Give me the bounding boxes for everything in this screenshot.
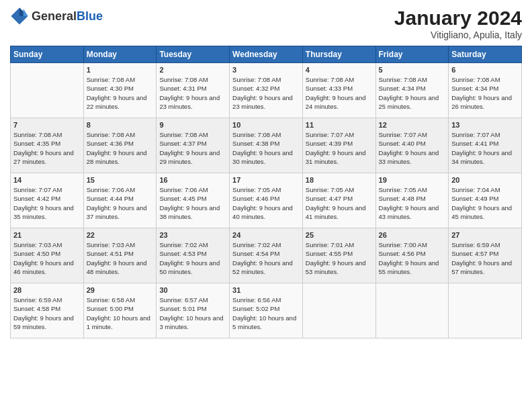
- sunrise-text: Sunrise: 7:05 AM: [306, 185, 373, 194]
- calendar-cell: 17 Sunrise: 7:05 AM Sunset: 4:46 PM Dayl…: [230, 173, 303, 228]
- day-info: Sunrise: 7:05 AM Sunset: 4:48 PM Dayligh…: [379, 185, 446, 221]
- daylight-text: Daylight: 9 hours and 34 minutes.: [451, 148, 519, 167]
- sunrise-text: Sunrise: 6:59 AM: [451, 240, 519, 249]
- day-info: Sunrise: 7:08 AM Sunset: 4:34 PM Dayligh…: [451, 75, 519, 111]
- sunset-text: Sunset: 4:48 PM: [379, 194, 446, 203]
- title-section: January 2024 Vitigliano, Apulia, Italy: [394, 7, 522, 40]
- daylight-text: Daylight: 9 hours and 24 minutes.: [306, 93, 373, 111]
- day-info: Sunrise: 7:06 AM Sunset: 4:44 PM Dayligh…: [87, 185, 154, 221]
- sunset-text: Sunset: 4:56 PM: [379, 249, 446, 258]
- daylight-text: Daylight: 9 hours and 25 minutes.: [379, 93, 446, 111]
- calendar-cell: 31 Sunrise: 6:56 AM Sunset: 5:02 PM Dayl…: [230, 283, 303, 338]
- daylight-text: Daylight: 9 hours and 43 minutes.: [379, 203, 446, 222]
- logo-general: General: [32, 9, 77, 23]
- daylight-text: Daylight: 9 hours and 53 minutes.: [306, 259, 373, 277]
- col-saturday: Saturday: [449, 46, 522, 63]
- day-number: 21: [13, 231, 81, 239]
- sunrise-text: Sunrise: 7:08 AM: [159, 75, 226, 84]
- day-info: Sunrise: 7:08 AM Sunset: 4:30 PM Dayligh…: [87, 75, 154, 111]
- calendar-cell: 8 Sunrise: 7:08 AM Sunset: 4:36 PM Dayli…: [83, 118, 157, 173]
- day-number: 24: [232, 231, 300, 239]
- sunrise-text: Sunrise: 7:08 AM: [87, 75, 154, 84]
- day-number: 25: [306, 231, 373, 239]
- day-info: Sunrise: 6:59 AM Sunset: 4:58 PM Dayligh…: [13, 295, 81, 331]
- day-number: 17: [232, 176, 300, 184]
- calendar-cell: 9 Sunrise: 7:08 AM Sunset: 4:37 PM Dayli…: [157, 118, 230, 173]
- day-info: Sunrise: 7:07 AM Sunset: 4:39 PM Dayligh…: [306, 130, 373, 166]
- calendar-cell: [302, 283, 375, 338]
- daylight-text: Daylight: 9 hours and 33 minutes.: [379, 148, 446, 167]
- day-info: Sunrise: 6:56 AM Sunset: 5:02 PM Dayligh…: [232, 295, 300, 331]
- sunrise-text: Sunrise: 7:08 AM: [451, 75, 519, 84]
- calendar-cell: 11 Sunrise: 7:07 AM Sunset: 4:39 PM Dayl…: [302, 118, 375, 173]
- calendar-cell: 30 Sunrise: 6:57 AM Sunset: 5:01 PM Dayl…: [157, 283, 230, 338]
- daylight-text: Daylight: 9 hours and 22 minutes.: [87, 93, 154, 111]
- calendar-week-row: 1 Sunrise: 7:08 AM Sunset: 4:30 PM Dayli…: [11, 63, 522, 118]
- calendar-cell: 15 Sunrise: 7:06 AM Sunset: 4:44 PM Dayl…: [83, 173, 157, 228]
- calendar-body: 1 Sunrise: 7:08 AM Sunset: 4:30 PM Dayli…: [11, 63, 522, 338]
- sunrise-text: Sunrise: 7:08 AM: [13, 130, 81, 139]
- day-info: Sunrise: 6:58 AM Sunset: 5:00 PM Dayligh…: [87, 295, 154, 331]
- sunset-text: Sunset: 4:39 PM: [306, 139, 373, 148]
- sunset-text: Sunset: 4:44 PM: [87, 194, 154, 203]
- sunrise-text: Sunrise: 7:08 AM: [379, 75, 446, 84]
- sunset-text: Sunset: 5:02 PM: [232, 304, 300, 313]
- day-number: 31: [232, 286, 300, 294]
- svg-marker-2: [24, 9, 28, 16]
- logo-blue: Blue: [77, 9, 103, 23]
- day-number: 27: [451, 231, 519, 239]
- sunrise-text: Sunrise: 7:08 AM: [232, 75, 300, 84]
- sunset-text: Sunset: 4:35 PM: [13, 139, 81, 148]
- sunset-text: Sunset: 4:46 PM: [232, 194, 300, 203]
- header-row: Sunday Monday Tuesday Wednesday Thursday…: [11, 46, 522, 63]
- day-number: 19: [379, 176, 446, 184]
- sunset-text: Sunset: 4:31 PM: [159, 84, 226, 93]
- sunset-text: Sunset: 4:34 PM: [379, 84, 446, 93]
- sunset-text: Sunset: 4:42 PM: [13, 194, 81, 203]
- day-info: Sunrise: 7:08 AM Sunset: 4:33 PM Dayligh…: [306, 75, 373, 111]
- daylight-text: Daylight: 9 hours and 41 minutes.: [306, 203, 373, 222]
- daylight-text: Daylight: 9 hours and 38 minutes.: [159, 203, 226, 222]
- daylight-text: Daylight: 9 hours and 59 minutes.: [13, 314, 81, 332]
- daylight-text: Daylight: 9 hours and 40 minutes.: [232, 203, 300, 222]
- calendar-cell: 5 Sunrise: 7:08 AM Sunset: 4:34 PM Dayli…: [375, 63, 449, 118]
- day-number: 29: [87, 286, 154, 294]
- day-number: 10: [232, 121, 300, 129]
- calendar-table: Sunday Monday Tuesday Wednesday Thursday…: [10, 46, 522, 338]
- calendar-cell: 21 Sunrise: 7:03 AM Sunset: 4:50 PM Dayl…: [11, 228, 84, 283]
- sunrise-text: Sunrise: 7:08 AM: [306, 75, 373, 84]
- sunset-text: Sunset: 4:30 PM: [87, 84, 154, 93]
- day-info: Sunrise: 7:08 AM Sunset: 4:36 PM Dayligh…: [87, 130, 154, 166]
- calendar-week-row: 7 Sunrise: 7:08 AM Sunset: 4:35 PM Dayli…: [11, 118, 522, 173]
- calendar-cell: 14 Sunrise: 7:07 AM Sunset: 4:42 PM Dayl…: [11, 173, 84, 228]
- day-number: 1: [87, 66, 154, 74]
- day-info: Sunrise: 7:07 AM Sunset: 4:40 PM Dayligh…: [379, 130, 446, 166]
- daylight-text: Daylight: 9 hours and 57 minutes.: [451, 259, 519, 277]
- sunrise-text: Sunrise: 7:07 AM: [306, 130, 373, 139]
- sunset-text: Sunset: 4:34 PM: [451, 84, 519, 93]
- calendar-cell: 6 Sunrise: 7:08 AM Sunset: 4:34 PM Dayli…: [449, 63, 522, 118]
- day-info: Sunrise: 7:01 AM Sunset: 4:55 PM Dayligh…: [306, 240, 373, 276]
- day-info: Sunrise: 7:05 AM Sunset: 4:47 PM Dayligh…: [306, 185, 373, 221]
- calendar-cell: [11, 63, 84, 118]
- day-info: Sunrise: 6:57 AM Sunset: 5:01 PM Dayligh…: [159, 295, 226, 331]
- calendar-cell: 24 Sunrise: 7:02 AM Sunset: 4:54 PM Dayl…: [230, 228, 303, 283]
- sunrise-text: Sunrise: 7:02 AM: [159, 240, 226, 249]
- daylight-text: Daylight: 9 hours and 26 minutes.: [451, 93, 519, 111]
- sunset-text: Sunset: 4:51 PM: [87, 249, 154, 258]
- day-info: Sunrise: 7:08 AM Sunset: 4:31 PM Dayligh…: [159, 75, 226, 111]
- calendar-week-row: 14 Sunrise: 7:07 AM Sunset: 4:42 PM Dayl…: [11, 173, 522, 228]
- day-number: 3: [232, 66, 300, 74]
- day-number: 15: [87, 176, 154, 184]
- day-info: Sunrise: 7:08 AM Sunset: 4:37 PM Dayligh…: [159, 130, 226, 166]
- day-number: 5: [379, 66, 446, 74]
- sunset-text: Sunset: 5:00 PM: [87, 304, 154, 313]
- sunset-text: Sunset: 4:55 PM: [306, 249, 373, 258]
- day-number: 14: [13, 176, 81, 184]
- day-number: 26: [379, 231, 446, 239]
- day-number: 23: [159, 231, 226, 239]
- daylight-text: Daylight: 9 hours and 31 minutes.: [306, 148, 373, 167]
- col-thursday: Thursday: [302, 46, 375, 63]
- sunset-text: Sunset: 4:49 PM: [451, 194, 519, 203]
- day-info: Sunrise: 7:08 AM Sunset: 4:38 PM Dayligh…: [232, 130, 300, 166]
